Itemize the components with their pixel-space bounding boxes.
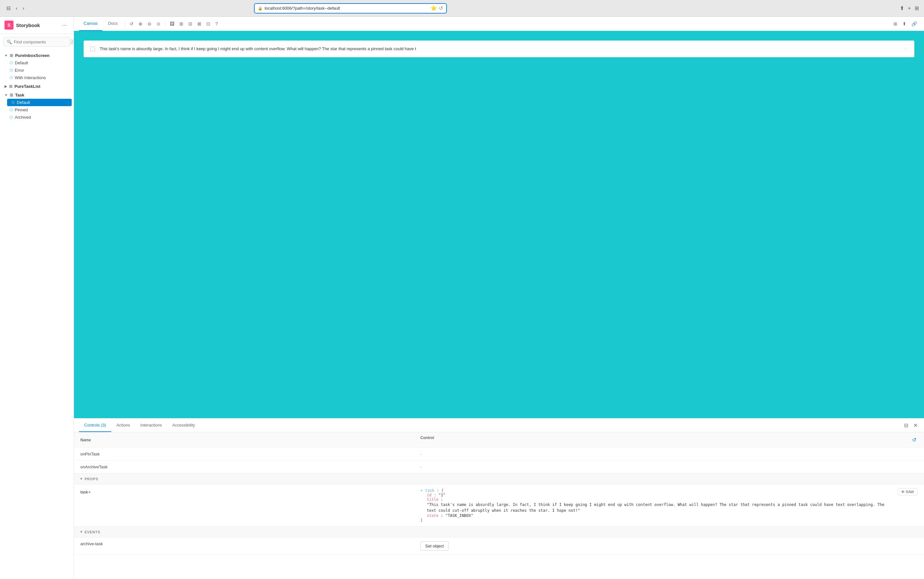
onpintask-name: onPinTask bbox=[74, 448, 414, 461]
zoom-in-btn[interactable]: ⊕ bbox=[137, 19, 144, 28]
panel-tab-interactions[interactable]: Interactions bbox=[135, 419, 167, 432]
back-btn[interactable]: ‹ bbox=[15, 4, 19, 13]
copy-link-btn[interactable]: 🔗 bbox=[909, 19, 919, 28]
sidebar-item-task-default[interactable]: ⬡ Default bbox=[7, 99, 72, 106]
search-bar[interactable]: 🔍 / bbox=[3, 37, 70, 47]
panel-tab-controls[interactable]: Controls (3) bbox=[79, 419, 111, 432]
onarchivetask-name: onArchiveTask bbox=[74, 461, 414, 473]
panel-tab-actions[interactable]: Actions bbox=[111, 419, 135, 432]
close-panel-btn[interactable]: ✕ bbox=[912, 421, 919, 430]
pis-error-label: Error bbox=[15, 68, 24, 73]
control-col-header: Control ↺ bbox=[414, 432, 924, 448]
refresh-story-btn[interactable]: ↺ bbox=[127, 19, 135, 28]
tree-group-task: ▼ ⊞ Task ⬡ Default ⬡ Pinned ⬡ Archi bbox=[0, 91, 73, 122]
help-btn[interactable]: ? bbox=[214, 19, 220, 28]
refresh-icon[interactable]: ↺ bbox=[439, 5, 443, 11]
main-toolbar: Canvas Docs ↺ ⊕ ⊖ ⊙ 🖼 ⊞ ⊟ ⊠ ⊡ ? ⊞ ⬆ 🔗 bbox=[74, 17, 924, 31]
pureinboxscreen-label: PureInboxScreen bbox=[15, 53, 49, 58]
search-input[interactable] bbox=[14, 39, 68, 44]
events-section-header: ▾ EVENTS bbox=[74, 527, 924, 538]
sidebar-item-pis-default[interactable]: ⬡ Default bbox=[5, 59, 73, 67]
split-view-btn[interactable]: ⊟ bbox=[903, 421, 909, 430]
story-icon: ⬡ bbox=[10, 68, 13, 72]
task-archived-label: Archived bbox=[15, 115, 31, 119]
props-table: task✶ ▾ task : { id : "1" title : "This … bbox=[74, 484, 924, 527]
story-icon: ⬡ bbox=[10, 75, 13, 80]
set-object-btn[interactable]: Set object bbox=[421, 541, 449, 551]
url-input[interactable] bbox=[264, 6, 429, 11]
task-default-label: Default bbox=[17, 100, 30, 105]
sidebar-tree: ▼ ⊞ PureInboxScreen ⬡ Default ⬡ Error ⬡ bbox=[0, 50, 73, 579]
task-checkbox[interactable] bbox=[90, 46, 95, 51]
fullscreen-canvas-btn[interactable]: ⊟ bbox=[186, 19, 194, 28]
sidebar-item-task-pinned[interactable]: ⬡ Pinned bbox=[5, 106, 73, 114]
task-star-icon[interactable]: ☆ bbox=[903, 46, 908, 52]
outline-btn[interactable]: ⊡ bbox=[204, 19, 212, 28]
pis-interactions-label: With Interactions bbox=[15, 75, 46, 80]
sidebar-item-task-archived[interactable]: ⬡ Archived bbox=[5, 114, 73, 121]
task-pinned-label: Pinned bbox=[15, 108, 28, 112]
browser-right-controls: ⬆ + ⊞ bbox=[900, 5, 919, 11]
panel-tabs: Controls (3) Actions Interactions Access… bbox=[74, 419, 924, 432]
bottom-panel: Controls (3) Actions Interactions Access… bbox=[74, 418, 924, 579]
story-icon: ⬡ bbox=[10, 108, 13, 112]
table-row: onArchiveTask - bbox=[74, 461, 924, 473]
chevron-down-icon: ▾ bbox=[80, 477, 83, 481]
share-btn[interactable]: ⬆ bbox=[900, 5, 904, 11]
code-task-var: ▾ task bbox=[421, 488, 434, 493]
tabs-btn[interactable]: ⊞ bbox=[915, 5, 919, 11]
events-table: archive-task Set object bbox=[74, 538, 924, 555]
sidebar-toggle-btn[interactable]: ⊟ bbox=[5, 4, 12, 13]
code-state-key: state bbox=[427, 514, 439, 518]
zoom-reset-btn[interactable]: ⊙ bbox=[155, 19, 162, 28]
archive-task-name: archive-task bbox=[74, 538, 414, 555]
story-icon: ⬡ bbox=[10, 61, 13, 65]
task-prop-label: task bbox=[80, 489, 88, 494]
raw-label: RAW bbox=[906, 490, 914, 494]
sidebar-item-pureinboxscreen[interactable]: ▼ ⊞ PureInboxScreen bbox=[0, 52, 73, 59]
story-icon: ⬡ bbox=[10, 115, 13, 119]
grid-icon: ⊞ bbox=[10, 53, 13, 58]
task-text: This task's name is absurdly large. In f… bbox=[100, 46, 899, 52]
tab-docs[interactable]: Docs bbox=[103, 17, 122, 31]
viewport-btn[interactable]: 🖼 bbox=[168, 19, 176, 28]
address-bar[interactable]: 🔒 ⭐ ↺ bbox=[254, 3, 447, 13]
app: S Storybook ⋯ 🔍 / ▼ ⊞ PureInboxScreen ⬡ bbox=[0, 17, 924, 579]
forward-btn[interactable]: › bbox=[21, 4, 25, 13]
grid-icon: ⊞ bbox=[9, 84, 13, 89]
code-title-val: "This task's name is absurdly large. In … bbox=[421, 502, 898, 514]
panel-right: ⊟ ✕ bbox=[903, 421, 919, 430]
task-prop-name: task✶ bbox=[74, 484, 414, 527]
measure-btn[interactable]: ⊠ bbox=[196, 19, 203, 28]
tree-group-pureinboxscreen: ▼ ⊞ PureInboxScreen ⬡ Default ⬡ Error ⬡ bbox=[0, 51, 73, 82]
canvas-area: This task's name is absurdly large. In f… bbox=[74, 31, 924, 418]
sidebar-item-pis-interactions[interactable]: ⬡ With Interactions bbox=[5, 74, 73, 82]
onarchivetask-control: - bbox=[414, 461, 924, 473]
raw-btn[interactable]: 👁 RAW bbox=[898, 488, 917, 496]
panel-tab-accessibility[interactable]: Accessibility bbox=[167, 419, 200, 432]
component-icon: ▼ bbox=[5, 93, 8, 97]
toolbar-divider bbox=[125, 21, 125, 27]
storybook-title: Storybook bbox=[16, 23, 40, 28]
browser-chrome: ⊟ ‹ › 🔒 ⭐ ↺ ⬆ + ⊞ bbox=[0, 0, 924, 17]
tab-canvas[interactable]: Canvas bbox=[79, 17, 102, 31]
zoom-out-btn[interactable]: ⊖ bbox=[145, 19, 153, 28]
sidebar-item-pis-error[interactable]: ⬡ Error bbox=[5, 67, 73, 74]
table-row: archive-task Set object bbox=[74, 538, 924, 555]
sidebar-menu-btn[interactable]: ⋯ bbox=[60, 21, 69, 29]
sidebar-header: S Storybook ⋯ bbox=[0, 17, 73, 34]
expand-panel-btn[interactable]: ⊞ bbox=[891, 19, 899, 28]
story-icon: ⬡ bbox=[11, 100, 15, 105]
open-new-tab-btn[interactable]: ⬆ bbox=[901, 19, 908, 28]
code-title-key: title bbox=[427, 497, 439, 502]
sidebar-item-task[interactable]: ▼ ⊞ Task bbox=[0, 92, 73, 99]
reset-controls-btn[interactable]: ↺ bbox=[911, 435, 917, 444]
table-row: onPinTask - bbox=[74, 448, 924, 461]
new-tab-btn[interactable]: + bbox=[908, 5, 911, 11]
events-label: EVENTS bbox=[85, 530, 100, 534]
task-card: This task's name is absurdly large. In f… bbox=[83, 41, 914, 57]
puretasklist-label: PureTaskList bbox=[15, 84, 41, 89]
props-section-header: ▾ PROPS bbox=[74, 473, 924, 484]
grid-btn[interactable]: ⊞ bbox=[178, 19, 185, 28]
sidebar-item-puretasklist[interactable]: ▶ ⊞ PureTaskList bbox=[0, 83, 73, 90]
